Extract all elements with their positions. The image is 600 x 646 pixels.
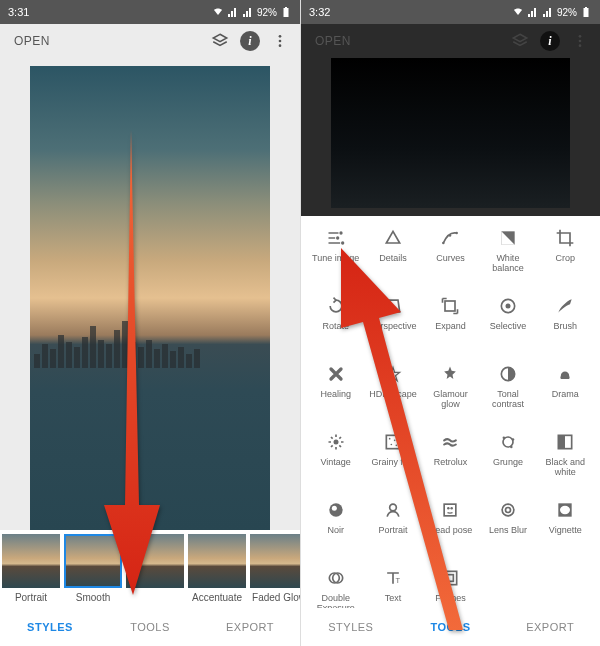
status-icons: 92%	[512, 6, 592, 18]
tool-label: Rotate	[322, 322, 349, 332]
tool-hdr[interactable]: HDR Scape	[364, 362, 421, 420]
double-icon	[324, 566, 348, 590]
image-canvas-area	[0, 58, 300, 530]
tool-tune[interactable]: Tune image	[307, 226, 364, 284]
perspective-icon	[381, 294, 405, 318]
tool-portrait[interactable]: Portrait	[364, 498, 421, 556]
tool-crop[interactable]: Crop	[537, 226, 594, 284]
tool-label: Retrolux	[434, 458, 468, 468]
tool-drama[interactable]: Drama	[537, 362, 594, 420]
tool-label: White balance	[481, 254, 535, 274]
tool-bw[interactable]: Black and white	[537, 430, 594, 488]
overflow-menu-icon[interactable]	[268, 29, 292, 53]
style-thumb-label: Accentuate	[192, 592, 242, 603]
tool-label: Text	[385, 594, 402, 604]
tab-tools[interactable]: TOOLS	[401, 621, 501, 633]
tool-label: Vintage	[321, 458, 351, 468]
battery-icon	[580, 6, 592, 18]
tool-expand[interactable]: Expand	[422, 294, 479, 352]
tool-label: Expand	[435, 322, 466, 332]
tool-frames[interactable]: Frames	[422, 566, 479, 608]
tool-label: Black and white	[538, 458, 592, 478]
tool-label: Portrait	[379, 526, 408, 536]
tab-styles[interactable]: STYLES	[301, 621, 401, 633]
curves-icon	[438, 226, 462, 250]
vignette-icon	[553, 498, 577, 522]
tool-grunge[interactable]: Grunge	[479, 430, 536, 488]
tab-tools[interactable]: TOOLS	[100, 621, 200, 633]
style-thumb[interactable]: Portrait	[2, 534, 60, 604]
svg-point-0	[279, 35, 282, 38]
open-button[interactable]: OPEN	[315, 34, 351, 48]
tool-lensblur[interactable]: Lens Blur	[479, 498, 536, 556]
style-thumb[interactable]: Smooth	[64, 534, 122, 604]
tool-wb[interactable]: White balance	[479, 226, 536, 284]
tool-selective[interactable]: Selective	[479, 294, 536, 352]
screen-right: 3:32 92% OPEN i Tune imageDetailsCurvesW…	[300, 0, 600, 646]
tool-details[interactable]: Details	[364, 226, 421, 284]
tab-export[interactable]: EXPORT	[500, 621, 600, 633]
status-time: 3:32	[309, 6, 512, 18]
status-bar: 3:32 92%	[301, 0, 600, 24]
svg-point-2	[279, 44, 282, 47]
tool-label: Selective	[490, 322, 527, 332]
tool-headpose[interactable]: Head pose	[422, 498, 479, 556]
tune-icon	[324, 226, 348, 250]
status-bar: 3:31 92%	[0, 0, 300, 24]
hdr-icon	[381, 362, 405, 386]
wb-icon	[496, 226, 520, 250]
tool-grid: Tune imageDetailsCurvesWhite balanceCrop…	[307, 226, 594, 608]
tool-label: Frames	[435, 594, 466, 604]
tool-label: Drama	[552, 390, 579, 400]
signal-icon	[227, 6, 239, 18]
tool-label: HDR Scape	[369, 390, 417, 400]
image-canvas[interactable]	[30, 66, 270, 530]
tab-export[interactable]: EXPORT	[200, 621, 300, 633]
tool-healing[interactable]: Healing	[307, 362, 364, 420]
tool-label: Vignette	[549, 526, 582, 536]
tab-styles[interactable]: STYLES	[0, 621, 100, 633]
tool-noir[interactable]: Noir	[307, 498, 364, 556]
signal-icon-2	[242, 6, 254, 18]
styles-strip[interactable]: PortraitSmoothAccentuateFaded GlowM	[0, 530, 300, 608]
svg-point-4	[579, 40, 582, 43]
glow-icon	[438, 362, 462, 386]
rotate-icon	[324, 294, 348, 318]
healing-icon	[324, 362, 348, 386]
tool-label: Crop	[556, 254, 576, 264]
style-thumb-image	[126, 534, 184, 588]
tool-label: Tune image	[312, 254, 359, 264]
drama-icon	[553, 362, 577, 386]
tool-glow[interactable]: Glamour glow	[422, 362, 479, 420]
overflow-menu-icon[interactable]	[568, 29, 592, 53]
tool-rotate[interactable]: Rotate	[307, 294, 364, 352]
tool-tonal[interactable]: Tonal contrast	[479, 362, 536, 420]
open-button[interactable]: OPEN	[14, 34, 50, 48]
info-icon[interactable]: i	[538, 29, 562, 53]
stack-icon[interactable]	[208, 29, 232, 53]
stack-icon[interactable]	[508, 29, 532, 53]
tool-vignette[interactable]: Vignette	[537, 498, 594, 556]
grain-icon	[381, 430, 405, 454]
tool-vintage[interactable]: Vintage	[307, 430, 364, 488]
svg-point-1	[279, 40, 282, 43]
bottom-tabs: STYLES TOOLS EXPORT	[0, 608, 300, 646]
tool-label: Tonal contrast	[481, 390, 535, 410]
tool-curves[interactable]: Curves	[422, 226, 479, 284]
style-thumb[interactable]	[126, 534, 184, 604]
tool-retrolux[interactable]: Retrolux	[422, 430, 479, 488]
battery-percent: 92%	[557, 7, 577, 18]
tool-text[interactable]: Text	[364, 566, 421, 608]
tool-grain[interactable]: Grainy film	[364, 430, 421, 488]
lensblur-icon	[496, 498, 520, 522]
tool-label: Lens Blur	[489, 526, 527, 536]
tool-perspective[interactable]: Perspective	[364, 294, 421, 352]
tool-double[interactable]: Double Exposure	[307, 566, 364, 608]
info-icon[interactable]: i	[238, 29, 262, 53]
style-thumb[interactable]: Accentuate	[188, 534, 246, 604]
signal-icon	[527, 6, 539, 18]
tool-label: Noir	[327, 526, 344, 536]
tool-brush[interactable]: Brush	[537, 294, 594, 352]
expand-icon	[438, 294, 462, 318]
tools-panel: Tune imageDetailsCurvesWhite balanceCrop…	[301, 216, 600, 608]
